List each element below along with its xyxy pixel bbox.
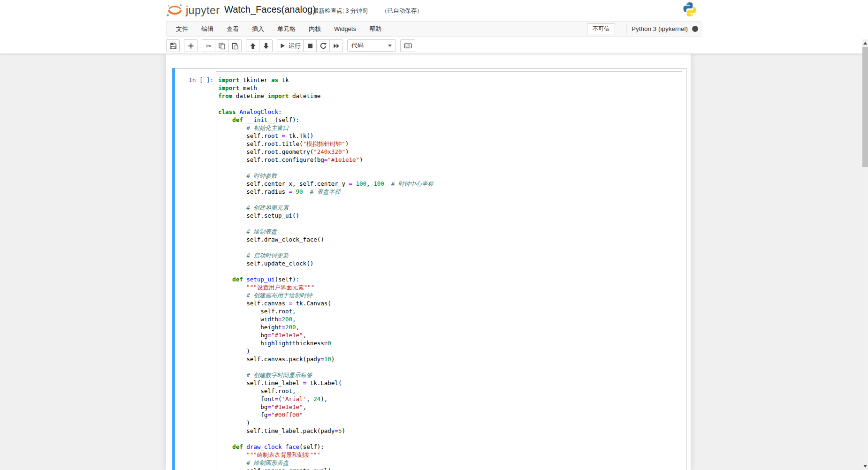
- menu-item[interactable]: 插入: [245, 22, 271, 36]
- code-line: self.center_x, self.center_y = 100, 100 …: [218, 180, 680, 188]
- scrollbar[interactable]: [862, 39, 868, 470]
- code-line: import tkinter as tk: [218, 76, 680, 84]
- code-line: self.radius = 90 # 表盘半径: [218, 188, 680, 196]
- code-line: font=('Arial', 24),: [218, 395, 680, 403]
- copy-cell-button[interactable]: [215, 39, 228, 52]
- code-line: height=200,: [218, 323, 680, 331]
- menubar-items: 文件编辑查看插入单元格内核Widgets帮助: [167, 22, 388, 36]
- code-line: """绘制表盘背景和刻度""": [218, 451, 680, 459]
- code-line: self.canvas = tk.Canvas(: [218, 299, 680, 307]
- move-cell-up-button[interactable]: [246, 39, 259, 52]
- menu-item[interactable]: 编辑: [195, 22, 220, 36]
- code-line: [218, 243, 680, 251]
- add-cell-button[interactable]: [184, 39, 198, 52]
- scroll-down-arrow[interactable]: [862, 462, 868, 470]
- code-line: self.root.geometry("240x320"): [218, 148, 680, 156]
- restart-run-all-button[interactable]: [329, 39, 343, 52]
- code-line: self.root = tk.Tk(): [218, 132, 680, 140]
- code-line: [218, 196, 680, 204]
- menubar: 文件编辑查看插入单元格内核Widgets帮助 不可信 Python 3 (ipy…: [166, 21, 701, 37]
- code-line: # 创建画布用于绘制时钟: [218, 291, 680, 299]
- code-line: def draw_clock_face(self):: [218, 443, 680, 451]
- notebook-title[interactable]: Watch_Faces(analog): [224, 4, 316, 15]
- code-line: self.root.configure(bg="#1e1e1e"): [218, 156, 680, 164]
- menu-item[interactable]: Widgets: [327, 22, 363, 36]
- code-line: self.time_label = tk.Label(: [218, 379, 680, 387]
- code-line: [218, 220, 680, 227]
- code-line: self.canvas.create_oval(: [218, 467, 680, 470]
- code-line: import math: [218, 84, 680, 92]
- code-editor[interactable]: import tkinter as tkimport mathfrom date…: [216, 71, 682, 470]
- jupyter-logo[interactable]: jupyter: [166, 3, 220, 18]
- menu-item[interactable]: 文件: [169, 22, 195, 36]
- move-cell-down-button[interactable]: [259, 39, 273, 52]
- move-down-icon: [262, 42, 270, 50]
- code-line: [218, 435, 680, 443]
- code-line: bg="#1e1e1e",: [218, 331, 680, 339]
- code-line: ): [218, 347, 680, 355]
- code-line: def setup_ui(self):: [218, 275, 680, 283]
- jupyter-logo-icon: [166, 3, 183, 18]
- stop-button[interactable]: [303, 39, 317, 52]
- code-line: # 创建数字时间显示标签: [218, 371, 680, 379]
- code-line: # 初始化主窗口: [218, 124, 680, 132]
- code-line: fg="#00ff00": [218, 411, 680, 419]
- code-line: [218, 100, 680, 108]
- toolbar: ✂: [166, 39, 419, 53]
- menu-item[interactable]: 单元格: [271, 22, 302, 36]
- code-line: from datetime import datetime: [218, 92, 680, 100]
- code-line: # 绘制圆形表盘: [218, 459, 680, 467]
- stop-icon: [306, 42, 314, 50]
- keyboard-icon: [404, 42, 412, 50]
- brand-row: jupyter Watch_Faces(analog) 最新检查点: 3 分钟前…: [0, 0, 868, 21]
- code-line: ): [218, 419, 680, 427]
- code-line: self.root,: [218, 307, 680, 315]
- code-line: def __init__(self):: [218, 116, 680, 124]
- run-button-label: 运行: [289, 42, 301, 50]
- code-line: class AnalogClock:: [218, 108, 680, 116]
- code-line: # 启动时钟更新: [218, 251, 680, 259]
- command-palette-button[interactable]: [400, 39, 415, 52]
- python-logo-icon: [681, 1, 698, 18]
- cut-cell-button[interactable]: ✂: [202, 39, 215, 52]
- code-line: [218, 267, 680, 275]
- paste-cell-button[interactable]: [228, 39, 242, 52]
- kernel-name: Python 3 (ipykernel): [632, 25, 688, 32]
- kernel-divider: [626, 24, 627, 34]
- code-line: """设置用户界面元素""": [218, 283, 680, 291]
- autosave-status: （已自动保存）: [381, 7, 423, 15]
- notebook-container: In [ ]: import tkinter as tkimport mathf…: [166, 54, 691, 470]
- trust-button[interactable]: 不可信: [587, 23, 615, 34]
- run-button[interactable]: 运行: [277, 39, 304, 52]
- move-up-icon: [249, 42, 257, 50]
- scroll-down-icon: [863, 465, 867, 468]
- notebook-header: jupyter Watch_Faces(analog) 最新检查点: 3 分钟前…: [0, 0, 868, 54]
- input-prompt: In [ ]:: [172, 76, 213, 84]
- code-line: self.root,: [218, 387, 680, 395]
- code-line: self.draw_clock_face(): [218, 235, 680, 243]
- code-line: [218, 363, 680, 371]
- selected-cell-strip: [172, 68, 175, 470]
- code-line: # 绘制表盘: [218, 227, 680, 235]
- save-button[interactable]: [166, 39, 180, 52]
- scroll-thumb[interactable]: [862, 47, 868, 167]
- scroll-up-icon: [863, 42, 867, 45]
- cell-type-dropdown[interactable]: 代码: [347, 39, 396, 52]
- kernel-busy-dot-icon: [692, 26, 698, 32]
- scroll-up-arrow[interactable]: [862, 39, 868, 47]
- cell-type-value: 代码: [351, 41, 388, 50]
- menu-item[interactable]: 内核: [302, 22, 327, 36]
- menu-item[interactable]: 帮助: [363, 22, 388, 36]
- save-icon: [169, 42, 177, 50]
- paste-icon: [231, 42, 239, 50]
- code-line: width=200,: [218, 315, 680, 323]
- add-cell-icon: [187, 42, 195, 50]
- code-cell[interactable]: In [ ]: import tkinter as tkimport mathf…: [172, 68, 686, 470]
- code-line: [218, 164, 680, 172]
- run-icon: [280, 43, 286, 49]
- checkpoint-status: 最新检查点: 3 分钟前: [313, 7, 368, 15]
- menu-item[interactable]: 查看: [220, 22, 245, 36]
- restart-kernel-button[interactable]: [316, 39, 330, 52]
- code-line: self.update_clock(): [218, 259, 680, 267]
- copy-icon: [218, 42, 226, 50]
